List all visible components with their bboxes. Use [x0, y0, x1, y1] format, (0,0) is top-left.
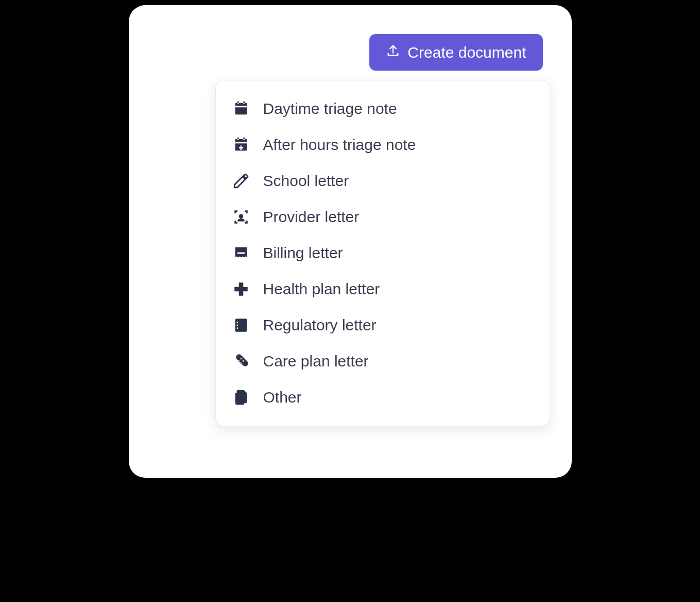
- menu-item-billing-letter[interactable]: Billing letter: [220, 235, 545, 271]
- receipt-icon: [232, 244, 250, 262]
- menu-item-label: After hours triage note: [263, 136, 416, 154]
- menu-item-school-letter[interactable]: School letter: [220, 163, 545, 199]
- create-document-label: Create document: [407, 44, 526, 61]
- menu-item-label: School letter: [263, 172, 349, 190]
- person-frame-icon: [232, 208, 250, 226]
- menu-item-label: Other: [263, 389, 302, 406]
- menu-item-after-hours-triage[interactable]: After hours triage note: [220, 127, 545, 163]
- popup-card: Create document Daytime triage note Afte…: [129, 5, 572, 478]
- bandage-icon: [232, 353, 250, 370]
- button-row: Create document: [158, 34, 543, 71]
- calendar-plus-icon: [232, 136, 250, 154]
- document-type-menu: Daytime triage note After hours triage n…: [215, 80, 550, 426]
- calendar-icon: [232, 100, 250, 118]
- upload-icon: [386, 43, 400, 61]
- menu-item-daytime-triage[interactable]: Daytime triage note: [220, 91, 545, 127]
- menu-item-label: Regulatory letter: [263, 316, 377, 334]
- medical-cross-icon: [232, 280, 250, 298]
- menu-item-label: Daytime triage note: [263, 100, 397, 118]
- menu-item-label: Health plan letter: [263, 280, 380, 298]
- menu-item-care-plan-letter[interactable]: Care plan letter: [220, 343, 545, 379]
- documents-icon: [232, 389, 250, 406]
- clipboard-icon: [232, 316, 250, 334]
- menu-item-label: Billing letter: [263, 244, 343, 262]
- menu-item-provider-letter[interactable]: Provider letter: [220, 199, 545, 235]
- menu-item-other[interactable]: Other: [220, 379, 545, 415]
- create-document-button[interactable]: Create document: [369, 34, 542, 71]
- pencil-icon: [232, 172, 250, 190]
- menu-item-label: Provider letter: [263, 208, 360, 226]
- menu-item-label: Care plan letter: [263, 353, 369, 370]
- menu-item-regulatory-letter[interactable]: Regulatory letter: [220, 307, 545, 343]
- menu-item-health-plan-letter[interactable]: Health plan letter: [220, 271, 545, 307]
